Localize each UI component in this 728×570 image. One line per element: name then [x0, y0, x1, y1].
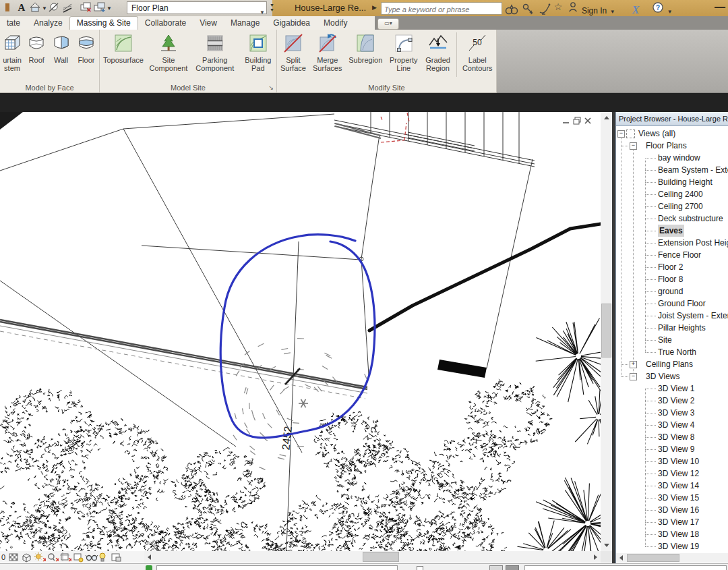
- tree-item-beam-system-exte[interactable]: Beam System - Exte: [616, 164, 728, 176]
- tab-view[interactable]: View: [193, 16, 224, 30]
- tree-item-deck-substructure[interactable]: Deck substructure: [616, 212, 728, 225]
- ribbon-button-split-surface[interactable]: Split Surface: [277, 31, 309, 82]
- tree-item-ceiling-2700[interactable]: Ceiling 2700: [616, 200, 728, 212]
- status-checkbox[interactable]: [417, 566, 423, 570]
- text-note-icon[interactable]: A: [15, 1, 28, 15]
- visual-style-icon[interactable]: [21, 552, 34, 563]
- default-3d-view-icon[interactable]: [28, 1, 42, 15]
- scroll-up-button[interactable]: [601, 112, 612, 123]
- tree-item-views-all-[interactable]: −Views (all): [616, 127, 728, 140]
- pb-scroll-left-button[interactable]: [616, 553, 626, 563]
- ribbon-button-curtain-system[interactable]: urtain stem: [0, 31, 24, 82]
- tree-item-ground-floor[interactable]: Ground Floor: [616, 297, 728, 310]
- favorites-star-icon[interactable]: ☆: [551, 1, 565, 15]
- tree-item-3d-view-8[interactable]: 3D View 8: [616, 431, 728, 443]
- tree-item-joist-system-exten[interactable]: Joist System - Exten: [616, 310, 728, 322]
- tree-item-site[interactable]: Site: [616, 334, 728, 346]
- collapse-icon[interactable]: −: [617, 130, 625, 138]
- view-selector-dropdown[interactable]: Floor Plan ▼: [127, 1, 267, 14]
- shadows-icon[interactable]: ✕: [47, 552, 59, 563]
- tree-item-fence-floor[interactable]: Fence Floor: [616, 249, 728, 261]
- tree-item-eaves[interactable]: Eaves: [616, 225, 728, 237]
- view-restore-icon[interactable]: [572, 116, 582, 127]
- tree-item-3d-view-2[interactable]: 3D View 2: [616, 395, 728, 407]
- ribbon-button-label-contours[interactable]: 50Label Contours: [458, 31, 496, 82]
- search-box[interactable]: [381, 2, 502, 15]
- sign-in-button[interactable]: Sign In: [582, 6, 607, 16]
- exchange-apps-button[interactable]: X: [632, 4, 640, 16]
- title-expand-icon[interactable]: ▶: [372, 4, 377, 11]
- tree-item-building-height[interactable]: Building Height: [616, 176, 728, 188]
- tree-item-3d-view-9[interactable]: 3D View 9: [616, 443, 728, 455]
- scroll-right-button[interactable]: [590, 551, 601, 563]
- tree-item-extension-post-heig[interactable]: Extension Post Heig: [616, 237, 728, 249]
- communication-center-icon[interactable]: [536, 3, 552, 16]
- tree-item-3d-view-4[interactable]: 3D View 4: [616, 419, 728, 431]
- tree-item-3d-view-14[interactable]: 3D View 14: [616, 480, 728, 492]
- tree-item-bay-window[interactable]: bay window: [616, 152, 728, 164]
- detail-level-icon[interactable]: [8, 552, 21, 563]
- scroll-left-button[interactable]: [144, 551, 154, 563]
- search-binoculars-icon[interactable]: [504, 3, 520, 16]
- status-refresh-icon[interactable]: [146, 565, 152, 570]
- switch-windows-caret-icon[interactable]: ▼: [107, 5, 112, 11]
- tab-collaborate[interactable]: Collaborate: [138, 16, 193, 30]
- ribbon-button-graded-region[interactable]: Graded Region: [422, 31, 454, 82]
- tree-item-pillar-heights[interactable]: Pillar Heights: [616, 322, 728, 334]
- tree-item-3d-view-19[interactable]: 3D View 19: [616, 540, 728, 552]
- ribbon-button-site-component[interactable]: Site Component: [147, 31, 190, 82]
- tree-item-3d-view-1[interactable]: 3D View 1: [616, 382, 728, 395]
- tree-item-3d-view-15[interactable]: 3D View 15: [616, 492, 728, 504]
- ribbon-button-wall-by-face[interactable]: Wall: [49, 31, 73, 82]
- search-input[interactable]: [382, 4, 502, 16]
- tree-item-floor-plans[interactable]: −Floor Plans: [616, 140, 728, 152]
- expand-icon[interactable]: +: [630, 361, 637, 368]
- default-3d-view-caret-icon[interactable]: ▼: [42, 5, 47, 11]
- project-browser-hscrollbar[interactable]: [616, 553, 728, 563]
- show-crop-region-icon[interactable]: [72, 552, 85, 563]
- section-icon[interactable]: [47, 1, 61, 15]
- dialog-launcher-icon[interactable]: ↘: [268, 84, 274, 91]
- horizontal-scrollbar-thumb[interactable]: [363, 552, 399, 562]
- qat-customize-button[interactable]: ▼▼: [270, 3, 274, 12]
- ribbon-button-subregion[interactable]: Subregion: [346, 31, 386, 82]
- help-caret-icon[interactable]: ▼: [667, 9, 673, 15]
- ribbon-button-floor-by-face[interactable]: Floor: [73, 31, 99, 82]
- tab-analyze[interactable]: Analyze: [27, 16, 69, 30]
- tree-item-true-north[interactable]: True North: [616, 346, 728, 358]
- tree-item-3d-view-3[interactable]: 3D View 3: [616, 407, 728, 419]
- tab-tate[interactable]: tate: [0, 16, 27, 30]
- collapse-icon[interactable]: −: [630, 142, 637, 150]
- ribbon-button-building-pad[interactable]: Building Pad: [240, 31, 276, 82]
- crop-view-icon[interactable]: ✕: [59, 552, 72, 563]
- close-hidden-windows-icon[interactable]: ✕: [80, 1, 93, 15]
- collapse-icon[interactable]: −: [630, 373, 637, 380]
- tree-item-3d-view-16[interactable]: 3D View 16: [616, 504, 728, 516]
- project-browser-title[interactable]: Project Browser - House-Large R: [616, 112, 728, 126]
- tree-item-3d-view-10[interactable]: 3D View 10: [616, 455, 728, 467]
- status-input-field[interactable]: [156, 565, 398, 570]
- sun-path-icon[interactable]: ✕: [34, 552, 47, 563]
- tree-item-ceiling-2400[interactable]: Ceiling 2400: [616, 188, 728, 200]
- temporary-hide-isolate-icon[interactable]: [85, 552, 98, 563]
- signin-caret-icon[interactable]: ▼: [610, 9, 615, 15]
- ribbon-button-toposurface[interactable]: Toposurface: [100, 31, 147, 82]
- view-close-icon[interactable]: [582, 116, 593, 127]
- tree-item-3d-views[interactable]: −3D Views: [616, 370, 728, 382]
- tree-item-3d-view-12[interactable]: 3D View 12: [616, 467, 728, 480]
- tab-manage[interactable]: Manage: [224, 16, 266, 30]
- panel-caption-model-site[interactable]: Model Site: [100, 84, 276, 92]
- tree-item-3d-view-17[interactable]: 3D View 17: [616, 516, 728, 528]
- ribbon-button-roof-by-face[interactable]: Roof: [24, 31, 49, 82]
- temp-view-properties-icon[interactable]: [111, 552, 123, 563]
- thin-lines-icon[interactable]: [61, 1, 74, 15]
- panel-caption-modify-site[interactable]: Modify Site: [277, 84, 496, 92]
- ribbon-button-property-line[interactable]: Property Line: [386, 31, 422, 82]
- ribbon-button-parking-component[interactable]: Parking Component: [190, 31, 240, 82]
- scroll-down-button[interactable]: [601, 540, 612, 551]
- status-button-2[interactable]: [506, 565, 519, 570]
- vertical-scrollbar-thumb[interactable]: [601, 304, 611, 358]
- tree-item-floor-2[interactable]: Floor 2: [616, 261, 728, 273]
- ribbon-button-merge-surfaces[interactable]: Merge Surfaces: [309, 31, 346, 82]
- ribbon-display-toggle[interactable]: ▭▾: [377, 18, 399, 30]
